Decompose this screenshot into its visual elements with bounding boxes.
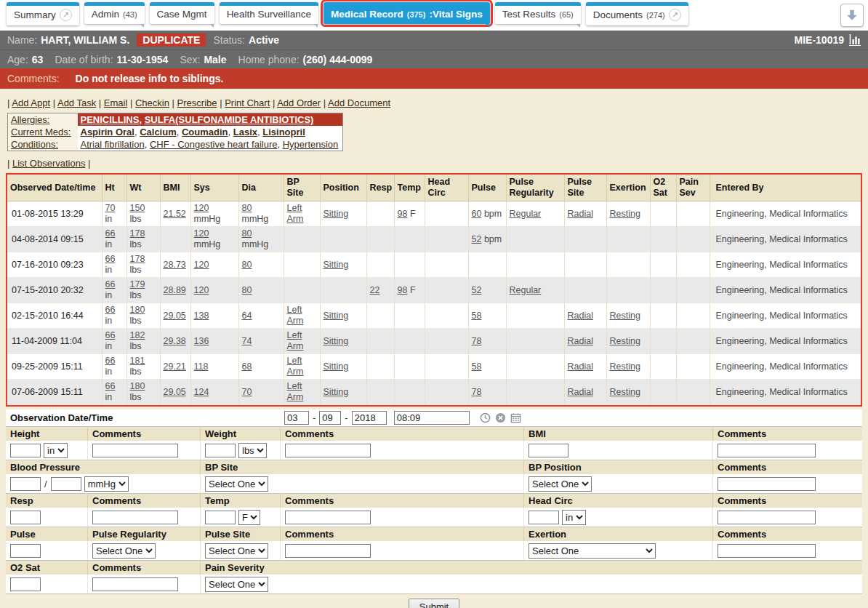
obs-preg-link[interactable]: Regular bbox=[510, 209, 542, 219]
obs-pos-link[interactable]: Sitting bbox=[324, 336, 349, 346]
clear-icon[interactable] bbox=[495, 412, 506, 423]
temp-unit-select[interactable]: F bbox=[238, 510, 260, 525]
obs-sys-link[interactable]: 120 bbox=[194, 260, 209, 270]
obs-wt-link[interactable]: 178 bbox=[130, 228, 145, 239]
condition-link[interactable]: Hypertension bbox=[283, 139, 339, 150]
obs-ht-link[interactable]: 66 bbox=[105, 228, 116, 239]
obs-pos-link[interactable]: Sitting bbox=[324, 361, 349, 372]
obs-preg-link[interactable]: Regular bbox=[510, 285, 542, 295]
obs-sys-link[interactable]: 120 bbox=[194, 228, 209, 239]
obs-dia-link[interactable]: 80 bbox=[242, 260, 252, 270]
open-in-new-icon[interactable]: ↗ bbox=[60, 9, 72, 21]
obs-exert-link[interactable]: Resting bbox=[610, 209, 640, 219]
obs-wt-link[interactable]: 178 bbox=[130, 254, 145, 264]
height-input[interactable] bbox=[10, 444, 41, 457]
obs-temp-link[interactable]: 98 bbox=[398, 285, 408, 295]
obs-dia-link[interactable]: 80 bbox=[242, 285, 252, 295]
resp-comments-input[interactable] bbox=[92, 511, 178, 524]
obs-bmi-link[interactable]: 29.05 bbox=[164, 311, 186, 321]
head-circ-unit-select[interactable]: in bbox=[562, 510, 586, 525]
obs-wt-link[interactable]: 180 bbox=[130, 305, 145, 315]
pulse-site-select[interactable]: Select One bbox=[205, 543, 268, 559]
obs-exert-link[interactable]: Resting bbox=[610, 361, 640, 372]
action-email[interactable]: Email bbox=[104, 97, 128, 108]
bp-comments-input[interactable] bbox=[718, 477, 816, 491]
obs-pulse-link[interactable]: 58 bbox=[472, 311, 482, 321]
obs-ht-link[interactable]: 66 bbox=[105, 330, 116, 340]
obs-bmi-link[interactable]: 29.38 bbox=[164, 336, 186, 346]
obs-wt-link[interactable]: 180 bbox=[130, 381, 145, 391]
exertion-comments-input[interactable] bbox=[718, 544, 816, 558]
allergies-link[interactable]: Allergies: bbox=[11, 114, 49, 125]
obs-dia-link[interactable]: 80 bbox=[242, 228, 252, 239]
obs-psite-link[interactable]: Radial bbox=[568, 387, 593, 397]
obs-pos-link[interactable]: Sitting bbox=[324, 387, 349, 397]
obs-bmi-link[interactable]: 28.73 bbox=[164, 260, 186, 270]
bp-systolic-input[interactable] bbox=[10, 477, 41, 491]
pain-severity-select[interactable]: Select One bbox=[205, 577, 268, 592]
obs-bps-link[interactable]: Left Arm bbox=[287, 330, 304, 351]
obs-pulse-link[interactable]: 60 bbox=[472, 209, 482, 219]
tab-summary[interactable]: Summary ↗ bbox=[7, 2, 79, 25]
med-link[interactable]: Lasix bbox=[233, 127, 257, 137]
open-in-new-icon[interactable]: ↗ bbox=[669, 9, 681, 21]
obs-ht-link[interactable]: 66 bbox=[105, 381, 116, 391]
obs-wt-link[interactable]: 182 bbox=[130, 330, 145, 340]
obs-sys-link[interactable]: 138 bbox=[194, 311, 209, 321]
obs-bmi-link[interactable]: 29.05 bbox=[164, 387, 186, 397]
obs-dia-link[interactable]: 80 bbox=[242, 203, 252, 213]
obs-resp-link[interactable]: 22 bbox=[370, 285, 380, 295]
action-checkin[interactable]: Checkin bbox=[135, 97, 169, 108]
med-link[interactable]: Coumadin bbox=[182, 127, 228, 137]
condition-link[interactable]: Atrial fibrillation bbox=[81, 139, 145, 150]
obs-bps-link[interactable]: Left Arm bbox=[287, 305, 304, 326]
obs-psite-link[interactable]: Radial bbox=[568, 336, 593, 346]
obs-sys-link[interactable]: 136 bbox=[194, 336, 209, 346]
action-add-appt[interactable]: Add Appt bbox=[12, 97, 50, 108]
obs-temp-link[interactable]: 98 bbox=[398, 209, 408, 219]
obs-sys-link[interactable]: 120 bbox=[194, 203, 209, 213]
obs-date-month-input[interactable] bbox=[284, 411, 309, 425]
obs-ht-link[interactable]: 70 bbox=[105, 203, 116, 213]
tab-documents[interactable]: Documents (274) ↗ bbox=[586, 2, 688, 25]
obs-sys-link[interactable]: 118 bbox=[194, 361, 209, 372]
bmi-comments-input[interactable] bbox=[718, 444, 816, 457]
obs-wt-link[interactable]: 181 bbox=[130, 356, 145, 366]
obs-psite-link[interactable]: Radial bbox=[568, 209, 593, 219]
resp-input[interactable] bbox=[10, 511, 41, 524]
conditions-link[interactable]: Conditions: bbox=[11, 139, 58, 150]
obs-sys-link[interactable]: 120 bbox=[194, 285, 209, 295]
tab-admin[interactable]: Admin (43) bbox=[84, 2, 145, 24]
obs-pos-link[interactable]: Sitting bbox=[324, 260, 349, 270]
obs-pulse-link[interactable]: 52 bbox=[472, 285, 482, 295]
height-comments-input[interactable] bbox=[92, 444, 178, 457]
tab-test-results[interactable]: Test Results (65) bbox=[495, 2, 581, 24]
calendar-icon[interactable] bbox=[510, 412, 521, 423]
obs-dia-link[interactable]: 68 bbox=[242, 361, 252, 372]
obs-bps-link[interactable]: Left Arm bbox=[287, 356, 304, 377]
obs-psite-link[interactable]: Radial bbox=[568, 361, 593, 372]
obs-sys-link[interactable]: 124 bbox=[194, 387, 209, 397]
obs-bmi-link[interactable]: 28.89 bbox=[164, 285, 186, 295]
tab-case-mgmt[interactable]: Case Mgmt bbox=[150, 2, 214, 24]
obs-bmi-link[interactable]: 29.21 bbox=[164, 361, 186, 372]
bp-site-select[interactable]: Select One bbox=[205, 476, 268, 492]
obs-pulse-link[interactable]: 78 bbox=[472, 387, 482, 397]
temp-input[interactable] bbox=[205, 511, 236, 524]
height-unit-select[interactable]: in bbox=[44, 443, 68, 458]
bp-diastolic-input[interactable] bbox=[51, 477, 81, 491]
obs-pulse-link[interactable]: 78 bbox=[472, 336, 482, 346]
bar-chart-icon[interactable] bbox=[849, 34, 861, 46]
obs-dia-link[interactable]: 70 bbox=[242, 387, 252, 397]
exertion-select[interactable]: Select One bbox=[529, 543, 656, 559]
head-circ-input[interactable] bbox=[529, 511, 559, 524]
condition-link[interactable]: CHF - Congestive heart failure bbox=[150, 139, 278, 150]
obs-ht-link[interactable]: 66 bbox=[105, 305, 116, 315]
obs-bps-link[interactable]: Left Arm bbox=[287, 381, 304, 402]
med-link[interactable]: Lisinopril bbox=[262, 127, 305, 137]
bp-unit-select[interactable]: mmHg bbox=[84, 476, 129, 492]
obs-pos-link[interactable]: Sitting bbox=[324, 209, 349, 219]
obs-exert-link[interactable]: Resting bbox=[610, 336, 640, 346]
obs-ht-link[interactable]: 66 bbox=[105, 356, 116, 366]
weight-input[interactable] bbox=[205, 444, 236, 457]
